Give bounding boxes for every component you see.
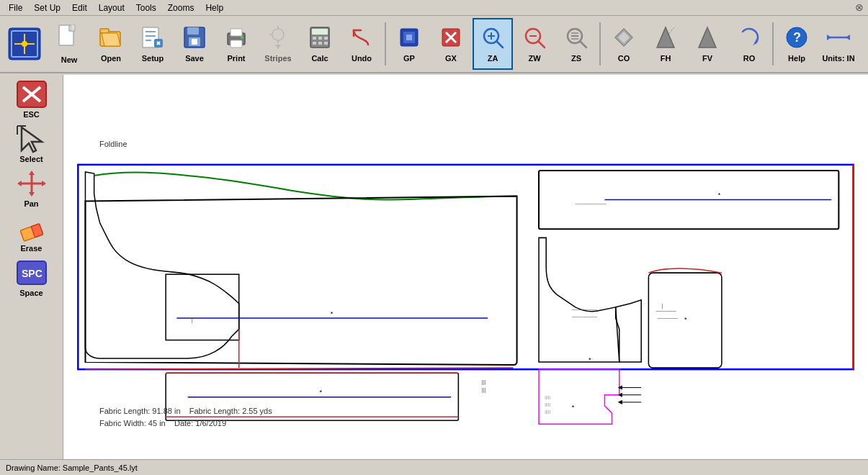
svg-rect-39	[406, 35, 412, 40]
svg-rect-19	[192, 39, 197, 45]
menu-tools[interactable]: Tools	[130, 1, 162, 14]
canvas: Foldline * | ———	[63, 75, 868, 459]
menu-zooms[interactable]: Zooms	[162, 1, 200, 14]
svg-rect-83	[78, 165, 853, 369]
gp-icon	[398, 26, 421, 53]
svg-point-23	[241, 36, 243, 39]
zw-button[interactable]: ZW	[514, 18, 555, 70]
units-icon	[826, 26, 851, 53]
units-label: Units: IN	[822, 54, 854, 63]
select-button[interactable]: Select	[4, 122, 59, 166]
new-icon	[58, 24, 81, 54]
undo-label: Undo	[352, 54, 372, 63]
svg-rect-36	[324, 42, 328, 45]
fh-button[interactable]: FH	[645, 18, 686, 70]
stripes-button[interactable]: Stripes	[258, 18, 298, 70]
fv-label: FV	[702, 54, 712, 63]
pattern-diagram: * | ——— * ||| ||| *	[63, 75, 868, 459]
help-button[interactable]: ? Help	[777, 18, 817, 70]
calc-icon	[309, 26, 331, 53]
svg-marker-70	[22, 127, 42, 152]
erase-icon	[16, 214, 48, 244]
window-close-icon[interactable]: ⊗	[855, 1, 864, 13]
svg-text:|||||: |||||	[545, 402, 550, 407]
menu-edit[interactable]: Edit	[66, 1, 93, 14]
gx-label: GX	[445, 54, 457, 63]
open-button[interactable]: Open	[91, 18, 131, 70]
units-button[interactable]: Units: IN	[818, 18, 859, 70]
menu-setup[interactable]: Set Up	[28, 1, 66, 14]
svg-marker-59	[699, 27, 716, 48]
erase-label: Erase	[21, 244, 42, 253]
zs-button[interactable]: ZS	[556, 18, 596, 70]
print-label: Print	[227, 54, 245, 63]
fh-label: FH	[661, 54, 671, 63]
gx-button[interactable]: GX	[431, 18, 471, 70]
svg-rect-34	[313, 42, 316, 45]
save-label: Save	[185, 54, 204, 63]
new-label: New	[61, 55, 78, 64]
svg-point-4	[22, 41, 27, 47]
pan-label: Pan	[24, 199, 38, 208]
co-button[interactable]: CO	[604, 18, 644, 70]
zw-label: ZW	[528, 54, 540, 63]
svg-point-24	[272, 29, 284, 40]
svg-marker-6	[71, 24, 75, 31]
fabric-length-in: Fabric Length: 91.88 in Fabric Length: 2…	[99, 405, 272, 418]
esc-button[interactable]: ESC	[4, 78, 59, 121]
menu-layout[interactable]: Layout	[93, 1, 130, 14]
fh-icon	[654, 26, 677, 53]
svg-text:*: *	[331, 310, 334, 317]
svg-text:———: ———	[184, 315, 200, 321]
za-icon	[481, 26, 504, 53]
svg-marker-65	[827, 35, 831, 40]
zw-icon	[523, 26, 546, 53]
co-icon	[612, 26, 635, 53]
svg-marker-119	[618, 393, 622, 397]
calc-button[interactable]: Calc	[300, 18, 340, 70]
svg-rect-32	[318, 37, 322, 40]
zs-icon	[565, 26, 588, 53]
setup-button[interactable]: Setup	[133, 18, 173, 70]
toolbar-separator-2	[599, 22, 601, 65]
svg-text:——————: ——————	[576, 201, 607, 207]
erase-button[interactable]: Erase	[4, 212, 59, 255]
menu-file[interactable]: File	[3, 1, 28, 14]
sidebar: ESC Select Pan	[0, 75, 63, 459]
svg-text:—————: —————	[572, 314, 598, 320]
svg-rect-22	[231, 40, 242, 48]
fv-icon	[696, 26, 719, 53]
pan-button[interactable]: Pan	[4, 167, 59, 210]
space-icon: SPC	[16, 258, 48, 289]
svg-line-51	[581, 42, 586, 48]
statusbar: Drawing Name: Sample_Pants_45.lyt	[0, 459, 868, 475]
za-button[interactable]: ZA	[473, 18, 513, 70]
pan-icon	[16, 169, 48, 199]
svg-text:?: ?	[793, 30, 801, 45]
ro-button[interactable]: RO	[729, 18, 769, 70]
svg-marker-28	[275, 45, 281, 49]
svg-text:SPC: SPC	[22, 268, 42, 279]
print-icon	[225, 26, 248, 53]
svg-rect-31	[313, 37, 316, 40]
svg-text:*: *	[684, 316, 687, 323]
svg-text:|||||: |||||	[545, 409, 550, 414]
svg-marker-78	[42, 181, 46, 186]
app-icon	[4, 18, 45, 70]
space-button[interactable]: SPC Space	[4, 256, 59, 299]
undo-button[interactable]: Undo	[341, 18, 382, 70]
menubar: File Set Up Edit Layout Tools Zooms Help…	[0, 0, 868, 16]
new-button[interactable]: New	[49, 18, 89, 70]
esc-icon	[16, 80, 48, 110]
print-button[interactable]: Print	[216, 18, 256, 70]
gp-button[interactable]: GP	[389, 18, 429, 70]
fv-button[interactable]: FV	[687, 18, 728, 70]
save-button[interactable]: Save	[174, 18, 215, 70]
gx-icon	[439, 26, 462, 53]
setup-label: Setup	[142, 54, 164, 63]
ro-label: RO	[743, 54, 756, 63]
main-canvas-area[interactable]: Foldline * | ———	[63, 75, 868, 459]
menu-help[interactable]: Help	[200, 1, 229, 14]
toolbar: New Open Setup	[0, 16, 868, 73]
select-label: Select	[19, 155, 42, 163]
